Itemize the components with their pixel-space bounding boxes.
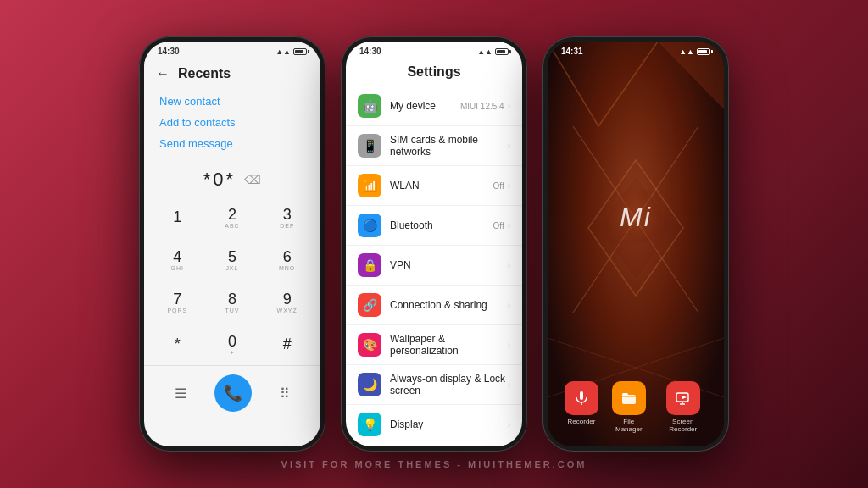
settings-item-right: Off ›: [493, 181, 511, 191]
page-title: Recents: [178, 66, 231, 81]
wallpaper-icon: 🎨: [358, 333, 381, 357]
chevron-icon: ›: [508, 261, 510, 270]
dial-key-2[interactable]: 2ABC: [206, 197, 259, 238]
app-recorder[interactable]: Recorder: [565, 381, 598, 433]
dial-key-3[interactable]: 3DEF: [260, 197, 314, 238]
chevron-icon: ›: [508, 221, 510, 230]
contact-actions: New contact Add to contacts Send message: [144, 86, 320, 158]
screen-recorder-label: Screen Recorder: [659, 418, 707, 433]
add-to-contacts-link[interactable]: Add to contacts: [159, 116, 305, 129]
settings-item-bluetooth[interactable]: 🔵 Bluetooth Off ›: [346, 206, 522, 246]
settings-item-right: ›: [508, 261, 510, 270]
settings-item-text: VPN: [390, 259, 508, 271]
app-file-manager[interactable]: File Manager: [610, 381, 648, 433]
settings-item-right: ›: [508, 341, 510, 350]
phone-1-screen: 14:30 ▲▲ ← Recents New contact Add to co…: [144, 42, 320, 446]
mi-text: Mi: [620, 202, 652, 233]
wlan-icon: 📶: [358, 174, 381, 197]
chevron-icon: ›: [508, 301, 510, 310]
settings-item-text: WLAN: [390, 180, 493, 191]
settings-item-right: ›: [508, 301, 510, 310]
signal-icon: ▲▲: [679, 47, 694, 56]
svg-marker-13: [682, 396, 687, 399]
call-button[interactable]: 📞: [214, 374, 252, 412]
settings-item-right: Off ›: [493, 221, 511, 230]
settings-item-text: Display: [390, 419, 508, 430]
watermark: VISIT FOR MORE THEMES - MIUITHEMER.COM: [281, 459, 587, 469]
phone-3: 14:31 ▲▲ Mi Recorder: [542, 36, 729, 452]
settings-item-display[interactable]: 💡 Display ›: [346, 405, 522, 444]
mi-logo: Mi: [548, 59, 724, 374]
dial-key-6[interactable]: 6MNO: [260, 240, 314, 280]
sim-icon: 📱: [358, 134, 381, 158]
screen-recorder-icon: [666, 381, 700, 415]
phone-2-screen: 14:30 ▲▲ Settings 🤖 My device MIUI 12.5.…: [346, 42, 522, 446]
new-contact-link[interactable]: New contact: [159, 95, 305, 108]
my-device-icon: 🤖: [358, 94, 381, 118]
dialpad-icon[interactable]: ⠿: [280, 385, 290, 402]
dial-key-9[interactable]: 9WXYZ: [260, 282, 314, 323]
file-manager-icon: [612, 381, 646, 415]
phone-3-time: 14:31: [561, 47, 583, 56]
phone-3-status-bar: 14:31 ▲▲: [548, 42, 724, 59]
app-dock: Recorder File Manager Screen Recorder: [548, 374, 724, 446]
dial-key-1[interactable]: 1: [151, 197, 204, 238]
settings-item-aod[interactable]: 🌙 Always-on display & Lock screen ›: [346, 365, 522, 405]
menu-icon[interactable]: ☰: [175, 385, 186, 402]
send-message-link[interactable]: Send message: [159, 137, 305, 150]
phone-3-screen: 14:31 ▲▲ Mi Recorder: [548, 42, 724, 446]
dial-key-8[interactable]: 8TUV: [206, 282, 259, 323]
dial-key-0[interactable]: 0+: [206, 324, 259, 365]
chevron-icon: ›: [508, 102, 510, 111]
settings-item-text: Connection & sharing: [390, 299, 508, 311]
phone-1-status-right: ▲▲: [275, 47, 307, 56]
settings-item-text: SIM cards & mobile networks: [390, 134, 508, 158]
backspace-button[interactable]: ⌫: [244, 173, 261, 186]
settings-item-right: ›: [508, 141, 510, 151]
dial-key-star[interactable]: *: [151, 324, 204, 365]
aod-icon: 🌙: [358, 373, 381, 396]
settings-item-wlan[interactable]: 📶 WLAN Off ›: [346, 166, 522, 206]
call-icon: 📞: [224, 384, 242, 402]
settings-item-wallpaper[interactable]: 🎨 Wallpaper & personalization ›: [346, 325, 522, 365]
settings-item-my-device[interactable]: 🤖 My device MIUI 12.5.4 ›: [346, 86, 522, 126]
dial-key-4[interactable]: 4GHI: [151, 240, 204, 280]
vpn-icon: 🔒: [358, 253, 381, 277]
battery-icon: [697, 48, 710, 55]
settings-item-text: Bluetooth: [390, 219, 493, 231]
phone-1-time: 14:30: [158, 47, 180, 56]
file-manager-label: File Manager: [610, 418, 648, 433]
dialpad-grid: 1 2ABC 3DEF 4GHI 5JKL 6MNO 7PQRS 8TUV 9W…: [151, 197, 314, 365]
settings-item-right: MIUI 12.5.4 ›: [460, 102, 510, 111]
svg-rect-8: [580, 391, 583, 400]
connection-icon: 🔗: [358, 293, 381, 317]
phone-3-content: 14:31 ▲▲ Mi Recorder: [548, 42, 724, 446]
signal-icon: ▲▲: [275, 47, 291, 56]
dial-key-5[interactable]: 5JKL: [206, 240, 259, 280]
dial-key-hash[interactable]: #: [260, 324, 314, 365]
app-screen-recorder[interactable]: Screen Recorder: [659, 381, 707, 433]
miui-version: MIUI 12.5.4: [460, 102, 504, 111]
settings-item-text: My device: [390, 100, 460, 112]
settings-item-vpn[interactable]: 🔒 VPN ›: [346, 246, 522, 286]
chevron-icon: ›: [508, 420, 510, 430]
recorder-label: Recorder: [568, 418, 596, 425]
settings-item-sim[interactable]: 📱 SIM cards & mobile networks ›: [346, 126, 522, 166]
settings-title: Settings: [346, 59, 522, 86]
recorder-icon: [565, 381, 598, 415]
phone-1-bottom-bar: ☰ 📞 ⠿: [144, 365, 320, 422]
settings-item-connection[interactable]: 🔗 Connection & sharing ›: [346, 286, 522, 325]
dialpad-area: *0* ⌫ 1 2ABC 3DEF 4GHI 5JKL 6MNO 7PQRS 8…: [144, 158, 320, 365]
dial-display: *0*: [203, 169, 236, 191]
chevron-icon: ›: [508, 181, 510, 191]
settings-item-text: Wallpaper & personalization: [390, 333, 508, 357]
phone-2-time: 14:30: [359, 47, 381, 56]
phone-2-status-right: ▲▲: [477, 47, 509, 56]
dial-key-7[interactable]: 7PQRS: [151, 282, 204, 323]
phone-1-status-bar: 14:30 ▲▲: [144, 42, 320, 59]
settings-item-text: Always-on display & Lock screen: [390, 373, 508, 396]
bluetooth-icon: 🔵: [358, 214, 381, 237]
settings-item-right: ›: [508, 420, 510, 430]
back-button[interactable]: ←: [156, 66, 170, 81]
settings-item-right: ›: [508, 380, 510, 390]
